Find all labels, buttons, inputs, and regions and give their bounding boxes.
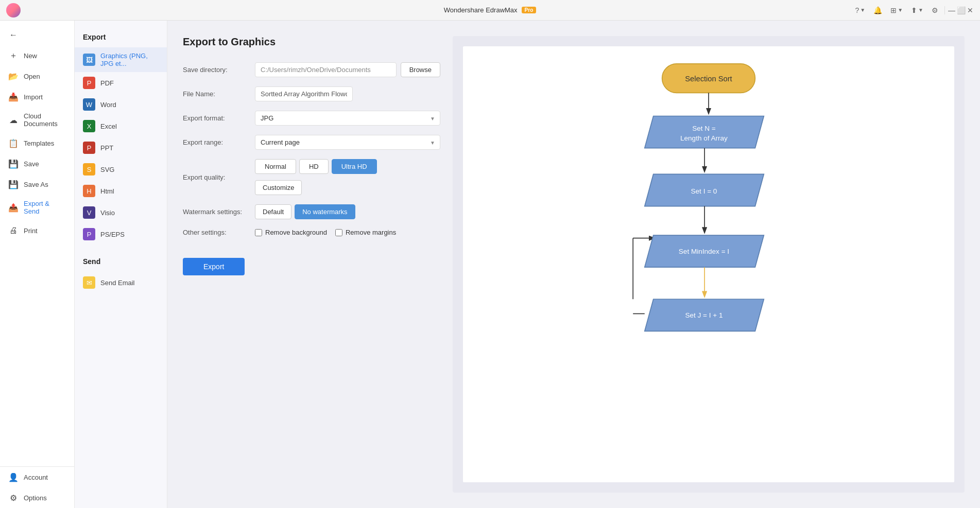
bell-icon[interactable]: 🔔 <box>870 4 885 16</box>
export-ppt-label: PPT <box>100 144 113 152</box>
remove-margins-label: Remove margins <box>346 229 396 236</box>
export-item-word[interactable]: W Word <box>75 94 167 115</box>
export-item-email[interactable]: ✉ Send Email <box>75 272 167 293</box>
sidebar-new-label: New <box>24 52 37 60</box>
file-name-label: File Name: <box>183 90 255 98</box>
sidebar-item-account[interactable]: 👤 Account <box>0 467 74 487</box>
export-visio-label: Visio <box>100 209 115 217</box>
settings-icon[interactable]: ⚙ <box>929 4 941 16</box>
close-button[interactable]: ✕ <box>967 7 974 14</box>
user-avatar <box>6 3 21 17</box>
pdf-icon: P <box>83 77 95 89</box>
sidebar-item-import[interactable]: 📥 Import <box>0 86 74 107</box>
account-icon: 👤 <box>8 472 19 482</box>
back-button[interactable]: ← <box>0 25 74 45</box>
graphics-icon: 🖼 <box>83 54 95 66</box>
remove-margins-checkbox[interactable]: Remove margins <box>335 229 396 236</box>
remove-background-input[interactable] <box>255 229 262 236</box>
pro-badge: Pro <box>522 7 537 13</box>
svg-text:Length of Array: Length of Array <box>680 134 728 142</box>
customize-button[interactable]: Customize <box>255 180 302 195</box>
export-range-select[interactable]: Current page All pages Selected objects <box>255 135 440 150</box>
sidebar-import-label: Import <box>24 93 43 101</box>
export-quality-row: Export quality: Normal HD Ultra HD Custo… <box>183 159 440 195</box>
watermark-label: Watermark settings: <box>183 208 255 216</box>
other-settings-control: Remove background Remove margins <box>255 229 440 236</box>
sidebar-item-new[interactable]: ＋ New <box>0 45 74 66</box>
app-title: Wondershare EdrawMax Pro <box>444 6 537 14</box>
open-icon: 📂 <box>8 71 19 81</box>
file-name-input[interactable] <box>255 86 353 101</box>
export-section-title: Export <box>75 29 167 45</box>
checkbox-group: Remove background Remove margins <box>255 229 440 236</box>
save-directory-input[interactable] <box>255 62 397 77</box>
export-quality-control: Normal HD Ultra HD Customize <box>255 159 440 195</box>
sidebar-item-saveas[interactable]: 💾 Save As <box>0 174 74 195</box>
export-panel: Export 🖼 Graphics (PNG, JPG et... P PDF … <box>75 21 167 508</box>
remove-background-label: Remove background <box>265 229 327 236</box>
export-form: Export to Graphics Save directory: Brows… <box>183 36 440 493</box>
export-pdf-label: PDF <box>100 79 114 87</box>
help-icon[interactable]: ?▼ <box>852 4 868 16</box>
new-icon: ＋ <box>8 50 19 61</box>
email-icon: ✉ <box>83 276 95 289</box>
sidebar-item-cloud[interactable]: ☁ Cloud Documents <box>0 107 74 133</box>
sidebar-item-save[interactable]: 💾 Save <box>0 153 74 174</box>
browse-button[interactable]: Browse <box>401 62 440 77</box>
minimize-button[interactable]: — <box>948 7 955 14</box>
export-format-select[interactable]: JPG PNG BMP GIF TIFF <box>255 111 440 126</box>
quality-normal-button[interactable]: Normal <box>255 159 296 174</box>
main-layout: ← ＋ New 📂 Open 📥 Import ☁ Cloud Document… <box>0 21 980 508</box>
export-item-visio[interactable]: V Visio <box>75 202 167 223</box>
restore-button[interactable]: ⬜ <box>957 7 965 14</box>
word-icon: W <box>83 98 95 111</box>
export-range-label: Export range: <box>183 138 255 146</box>
saveas-icon: 💾 <box>8 179 19 189</box>
sidebar-bottom: 👤 Account ⚙ Options <box>0 466 74 508</box>
other-settings-label: Other settings: <box>183 229 255 236</box>
quality-hd-button[interactable]: HD <box>299 159 329 174</box>
export-item-graphics[interactable]: 🖼 Graphics (PNG, JPG et... <box>75 47 167 72</box>
pseps-icon: P <box>83 228 95 240</box>
save-directory-control: Browse <box>255 62 440 77</box>
share-icon[interactable]: ⬆▼ <box>908 4 926 16</box>
sidebar-item-open[interactable]: 📂 Open <box>0 66 74 86</box>
watermark-none-button[interactable]: No watermarks <box>295 204 355 219</box>
visio-icon: V <box>83 206 95 219</box>
watermark-control: Default No watermarks <box>255 204 440 219</box>
divider <box>944 6 945 14</box>
export-html-label: Html <box>100 187 114 195</box>
export-format-row: Export format: JPG PNG BMP GIF TIFF <box>183 111 440 126</box>
sidebar-open-label: Open <box>24 73 40 80</box>
watermark-row: Watermark settings: Default No watermark… <box>183 204 440 219</box>
sidebar-item-options[interactable]: ⚙ Options <box>0 487 74 508</box>
export-button[interactable]: Export <box>183 258 245 275</box>
titlebar: Wondershare EdrawMax Pro ?▼ 🔔 ⊞▼ ⬆▼ ⚙ — … <box>0 0 980 21</box>
quality-group: Normal HD Ultra HD <box>255 159 440 174</box>
remove-background-checkbox[interactable]: Remove background <box>255 229 327 236</box>
export-item-ppt[interactable]: P PPT <box>75 137 167 159</box>
sidebar-item-templates[interactable]: 📋 Templates <box>0 133 74 153</box>
export-item-html[interactable]: H Html <box>75 180 167 202</box>
watermark-default-button[interactable]: Default <box>255 204 291 219</box>
sidebar-item-print[interactable]: 🖨 Print <box>0 220 74 241</box>
quality-ultrahd-button[interactable]: Ultra HD <box>332 159 377 174</box>
sidebar-item-export[interactable]: 📤 Export & Send <box>0 195 74 220</box>
export-item-pseps[interactable]: P PS/EPS <box>75 223 167 245</box>
export-item-svg[interactable]: S SVG <box>75 159 167 180</box>
svg-text:Set I = 0: Set I = 0 <box>691 187 717 195</box>
community-icon[interactable]: ⊞▼ <box>887 4 906 16</box>
html-icon: H <box>83 185 95 197</box>
export-item-pdf[interactable]: P PDF <box>75 72 167 94</box>
export-graphics-label: Graphics (PNG, JPG et... <box>100 52 159 67</box>
sidebar-save-label: Save <box>24 160 39 168</box>
back-icon: ← <box>8 30 19 40</box>
remove-margins-input[interactable] <box>335 229 342 236</box>
sidebar-templates-label: Templates <box>24 139 54 147</box>
other-settings-row: Other settings: Remove background Remove… <box>183 229 440 236</box>
options-icon: ⚙ <box>8 493 19 503</box>
send-section-title: Send <box>75 253 167 270</box>
export-item-excel[interactable]: X Excel <box>75 115 167 137</box>
export-format-label: Export format: <box>183 114 255 122</box>
app-name: Wondershare EdrawMax <box>444 6 518 14</box>
